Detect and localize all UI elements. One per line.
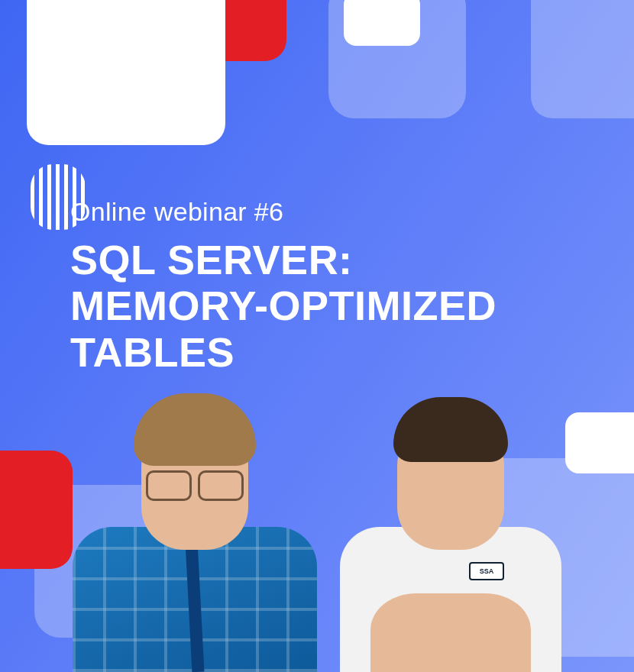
decor-white-bottom-right (565, 412, 634, 473)
webinar-subtitle: Online webinar #6 (70, 197, 283, 227)
decor-white-top-left (27, 0, 225, 145)
presenter-left (73, 431, 317, 672)
presenter-right: SSA (336, 431, 565, 672)
ssa-logo-badge: SSA (469, 562, 504, 580)
decor-lightblue-top-right (531, 0, 634, 118)
webinar-title: SQL SERVER: MEMORY-OPTIMIZED TABLES (70, 237, 497, 375)
decor-red-mid-left (0, 451, 73, 569)
decor-white-top-small (344, 0, 420, 46)
